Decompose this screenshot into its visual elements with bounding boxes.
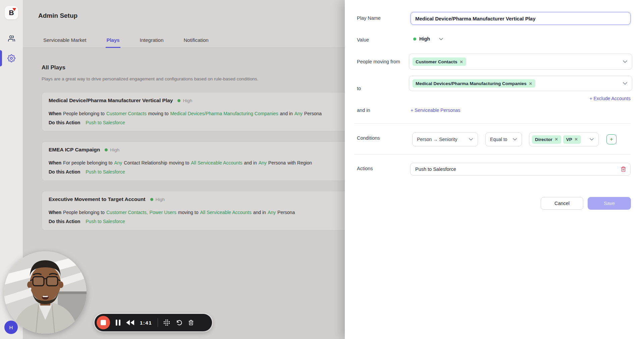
when-segment: Persona bbox=[304, 111, 322, 116]
stop-icon bbox=[101, 320, 106, 325]
recording-toolbar: 1:41 bbox=[95, 314, 212, 331]
when-segment: People belonging to bbox=[63, 111, 105, 116]
restart-recording-button[interactable] bbox=[176, 320, 182, 326]
webcam-bubble[interactable] bbox=[4, 251, 87, 334]
chevron-down-icon bbox=[439, 38, 443, 40]
play-value-badge: High bbox=[177, 98, 192, 103]
chevron-down-icon bbox=[513, 138, 517, 141]
grid-dots-icon[interactable] bbox=[164, 319, 170, 326]
chip-vp: VP ✕ bbox=[563, 135, 581, 144]
close-icon[interactable]: ✕ bbox=[575, 137, 578, 141]
gear-icon bbox=[7, 54, 15, 62]
when-segment: Medical Devices/Pharma Manufacturing Com… bbox=[170, 111, 278, 116]
action-row: Push to Salesforce bbox=[410, 163, 631, 176]
exclude-accounts-link[interactable]: + Exclude Accounts bbox=[589, 96, 631, 101]
when-segment: moving to bbox=[178, 210, 199, 215]
when-segment: People belonging to bbox=[63, 210, 105, 215]
play-card-title: Executive Movement to Target Account bbox=[49, 196, 146, 202]
value-dot-icon bbox=[177, 99, 180, 102]
chip-director: Director ✕ bbox=[532, 135, 561, 144]
chevron-down-icon bbox=[623, 82, 627, 85]
delete-recording-button[interactable] bbox=[188, 320, 194, 326]
when-segment: Any bbox=[114, 160, 122, 165]
condition-field-select[interactable]: Person → Seniority bbox=[412, 132, 478, 146]
close-icon[interactable]: ✕ bbox=[529, 81, 532, 85]
when-segment: Customer Contacts, bbox=[106, 210, 148, 215]
condition-operator-select[interactable]: Equal to bbox=[485, 132, 522, 146]
divider bbox=[354, 154, 631, 154]
tab-bar: Serviceable Market Plays Integration Not… bbox=[43, 34, 209, 48]
value-dot-icon bbox=[150, 198, 153, 201]
rewind-button[interactable] bbox=[126, 320, 134, 325]
when-segment: All Serviceable Accounts bbox=[200, 210, 251, 215]
conditions-label: Conditions bbox=[357, 135, 380, 141]
play-value-badge: High bbox=[150, 197, 165, 202]
tab-serviceable-market[interactable]: Serviceable Market bbox=[43, 34, 87, 48]
when-segment: For people belonging to bbox=[63, 160, 112, 165]
when-segment: Customer Contacts bbox=[106, 111, 147, 116]
sidebar-item-settings[interactable] bbox=[0, 50, 23, 66]
when-segment: and in bbox=[253, 210, 266, 215]
toolbar-divider bbox=[158, 318, 158, 327]
trash-icon bbox=[188, 320, 194, 326]
play-name-input[interactable] bbox=[411, 12, 631, 25]
when-segment: Persona bbox=[277, 210, 295, 215]
rewind-icon bbox=[126, 320, 134, 325]
add-condition-button[interactable]: + bbox=[606, 134, 616, 144]
and-in-label: and in bbox=[357, 108, 370, 113]
webcam-video bbox=[4, 251, 87, 334]
stop-recording-button[interactable] bbox=[97, 316, 110, 329]
tab-notification[interactable]: Notification bbox=[183, 34, 209, 48]
condition-values-select[interactable]: Director ✕ VP ✕ bbox=[529, 132, 599, 146]
people-moving-from-select[interactable]: Customer Contacts ✕ bbox=[409, 54, 632, 70]
page-title: Admin Setup bbox=[38, 12, 77, 19]
to-label: to bbox=[357, 86, 361, 91]
tab-plays[interactable]: Plays bbox=[106, 34, 120, 48]
when-segment: and in bbox=[244, 160, 257, 165]
when-segment: All Serviceable Accounts bbox=[191, 160, 242, 165]
recording-timer: 1:41 bbox=[140, 320, 152, 326]
chip-target-companies: Medical Devices/Pharma Manufacturing Com… bbox=[413, 79, 535, 88]
cancel-button[interactable]: Cancel bbox=[541, 197, 583, 210]
all-plays-heading: All Plays bbox=[42, 64, 65, 71]
value-select[interactable]: High bbox=[413, 36, 443, 42]
chip-customer-contacts: Customer Contacts ✕ bbox=[413, 58, 466, 66]
when-segment: moving to bbox=[169, 160, 190, 165]
to-select[interactable]: Medical Devices/Pharma Manufacturing Com… bbox=[409, 76, 632, 91]
chevron-down-icon bbox=[623, 60, 627, 63]
logo-letter: B bbox=[9, 9, 14, 17]
when-segment: When bbox=[49, 160, 61, 165]
delete-action-button[interactable] bbox=[621, 166, 626, 172]
actions-label: Actions bbox=[357, 166, 373, 171]
when-segment: Any bbox=[268, 210, 276, 215]
close-icon[interactable]: ✕ bbox=[555, 137, 558, 141]
restart-icon bbox=[176, 320, 182, 326]
serviceable-personas-link[interactable]: + Serviceable Personas bbox=[411, 108, 460, 113]
close-icon[interactable]: ✕ bbox=[460, 60, 463, 64]
chevron-down-icon bbox=[469, 138, 473, 141]
when-segment: Any bbox=[259, 160, 267, 165]
when-segment: Power Users bbox=[150, 210, 176, 215]
edit-play-drawer: Play Name Value High People moving from … bbox=[345, 0, 644, 339]
all-plays-description: Plays are a great way to drive personali… bbox=[42, 76, 258, 81]
when-segment: When bbox=[49, 111, 61, 116]
play-card-title: Medical Device/Pharma Manufacturer Verti… bbox=[49, 97, 173, 104]
people-moving-from-label: People moving from bbox=[357, 59, 400, 64]
app-logo[interactable]: B bbox=[5, 6, 18, 19]
value-label: Value bbox=[357, 37, 369, 43]
pause-button[interactable] bbox=[116, 320, 120, 326]
play-name-label: Play Name bbox=[357, 15, 381, 21]
users-icon bbox=[7, 34, 15, 42]
sidebar-item-users[interactable] bbox=[0, 30, 23, 46]
when-segment: When bbox=[49, 210, 61, 215]
save-button[interactable]: Save bbox=[588, 197, 631, 210]
tab-integration[interactable]: Integration bbox=[139, 34, 164, 48]
when-segment: and in bbox=[280, 111, 293, 116]
when-segment: Any bbox=[294, 111, 303, 116]
app-root: Admin Setup Serviceable Market Plays Int… bbox=[0, 0, 644, 339]
when-segment: Persona bbox=[268, 160, 286, 165]
avatar[interactable]: H bbox=[4, 321, 18, 334]
when-segment: with Region bbox=[287, 160, 312, 165]
action-value: Push to Salesforce bbox=[415, 166, 456, 172]
value-dot-icon bbox=[105, 148, 108, 151]
